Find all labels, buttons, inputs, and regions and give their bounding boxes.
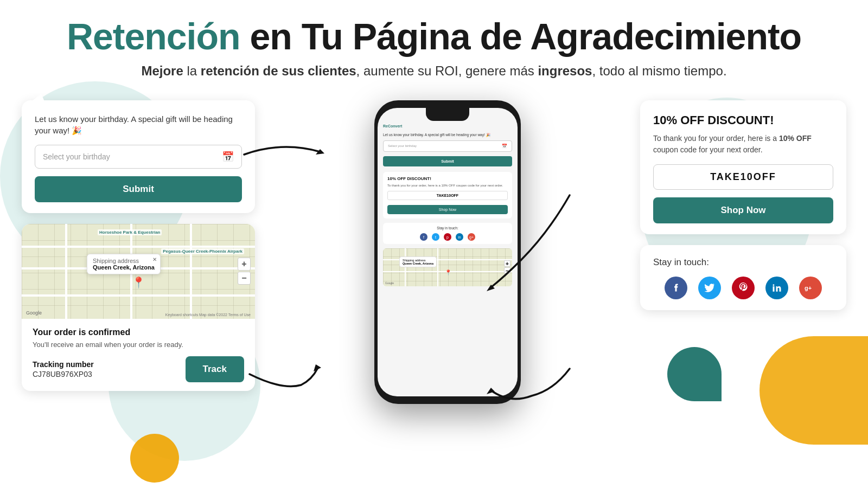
tracking-number: CJ78UB976XP03: [33, 370, 94, 378]
map-address-city: Queen Creek, Arizona: [93, 264, 155, 271]
map-close-icon[interactable]: ✕: [152, 256, 157, 262]
linkedin-icon[interactable]: [765, 277, 788, 299]
phone-map-zoom[interactable]: + −: [504, 260, 510, 274]
map-road-v3: [190, 224, 192, 319]
discount-bold: 10% OFF: [779, 134, 812, 143]
google-plus-icon[interactable]: g+: [799, 277, 822, 299]
phone-map-road-v2: [437, 248, 438, 286]
phone-calendar-icon: 📅: [502, 144, 507, 149]
birthday-input-placeholder: Select your birthday: [43, 152, 222, 161]
header-title-rest: en Tu Página de Agradecimiento: [240, 16, 802, 57]
phone-pinterest-icon[interactable]: p: [444, 233, 451, 241]
birthday-card-text: Let us know your birthday. A special gif…: [35, 113, 242, 136]
phone-submit-btn[interactable]: Submit: [383, 156, 512, 166]
header: Retención en Tu Página de Agradecimiento…: [0, 0, 868, 84]
phone-map-road-v1: [405, 248, 406, 286]
phone-container: ReConvert Let us know your birthday. A s…: [255, 89, 640, 404]
left-panel: Let us know your birthday. A special gif…: [22, 89, 255, 391]
phone-map-city: Queen Creek, Arizona: [403, 262, 433, 265]
phone-map-section: Shipping address Queen Creek, Arizona 📍 …: [383, 248, 512, 286]
map-label-horseshoe: Horseshoe Park & Equestrian: [98, 229, 162, 235]
phone-google-label: Google: [385, 281, 394, 285]
social-title: Stay in touch:: [653, 257, 833, 268]
birthday-input-row[interactable]: Select your birthday 📅: [35, 145, 242, 169]
phone-birthday-placeholder: Select your birthday: [388, 144, 502, 147]
track-button[interactable]: Track: [186, 356, 244, 382]
tracking-card: Horseshoe Park & Equestrian Pegasus-Quee…: [22, 224, 255, 391]
map-google-text: Google: [26, 310, 42, 316]
phone-google-icon[interactable]: g+: [468, 233, 475, 241]
svg-text:g+: g+: [805, 285, 812, 291]
tracking-info: Your order is confirmed You'll receive a…: [22, 319, 255, 391]
birthday-card: Let us know your birthday. A special gif…: [22, 100, 255, 213]
phone-twitter-icon[interactable]: t: [432, 233, 439, 241]
discount-desc: To thank you for your order, here is a 1…: [653, 133, 833, 156]
phone-screen: ReConvert Let us know your birthday. A s…: [378, 108, 518, 396]
map-label-pegasus: Pegasus-Queer Creek-Phoenix Airpark: [161, 248, 244, 254]
header-title: Retención en Tu Página de Agradecimiento: [33, 16, 835, 57]
header-title-highlight: Retención: [67, 16, 240, 57]
phone-social-icons: f t p in g+: [387, 233, 508, 241]
map-address-label: Shipping address: [93, 258, 155, 264]
map-road-h3: [22, 294, 255, 297]
tracking-row: Tracking number CJ78UB976XP03 Track: [33, 356, 244, 382]
calendar-icon: 📅: [222, 151, 234, 163]
tracking-info-block: Tracking number CJ78UB976XP03: [33, 360, 94, 378]
phone-content: ReConvert Let us know your birthday. A s…: [378, 108, 518, 396]
phone-map-grid: [383, 248, 512, 286]
phone-map-zoom-in[interactable]: +: [504, 260, 510, 267]
phone-discount-sub: To thank you for your order, here is a 1…: [387, 183, 508, 188]
phone-notch: [426, 108, 469, 121]
map-address-popup: ✕ Shipping address Queen Creek, Arizona: [87, 254, 161, 274]
phone-birthday-input[interactable]: Select your birthday 📅: [383, 140, 512, 152]
shop-now-button[interactable]: Shop Now: [653, 197, 833, 223]
header-subtitle: Mejore la retención de sus clientes, aum…: [33, 63, 835, 79]
right-panel: 10% OFF DISCOUNT! To thank you for your …: [640, 89, 846, 310]
map-zoom-out[interactable]: −: [238, 272, 251, 285]
discount-card: 10% OFF DISCOUNT! To thank you for your …: [640, 100, 846, 234]
phone-brand: ReConvert: [383, 124, 512, 128]
map-road-v1: [65, 224, 67, 319]
discount-title: 10% OFF DISCOUNT!: [653, 113, 833, 127]
map-zoom-controls[interactable]: + −: [238, 258, 251, 285]
map-zoom-in[interactable]: +: [238, 258, 251, 271]
phone-map-pin: 📍: [445, 269, 451, 275]
twitter-icon[interactable]: [698, 277, 721, 299]
phone-mockup: ReConvert Let us know your birthday. A s…: [374, 100, 521, 404]
map-road-h1: [22, 246, 255, 248]
tracking-label: Tracking number: [33, 360, 94, 369]
order-confirmed-text: Your order is confirmed: [33, 328, 244, 337]
map-pin-icon: 📍: [132, 276, 145, 289]
social-card: Stay in touch: g+: [640, 245, 846, 310]
map-bottom-labels: Keyboard shortcuts Map data ©2022 Terms …: [165, 313, 251, 317]
map-placeholder: Horseshoe Park & Equestrian Pegasus-Quee…: [22, 224, 255, 319]
birthday-submit-button[interactable]: Submit: [35, 176, 242, 202]
phone-discount-title: 10% OFF DISCOUNT!: [387, 176, 508, 181]
phone-social-label: Stay in touch:: [387, 226, 508, 230]
phone-map-zoom-out[interactable]: −: [504, 267, 510, 274]
main-content: Let us know your birthday. A special gif…: [0, 84, 868, 447]
phone-social-section: Stay in touch: f t p in g+: [383, 223, 512, 244]
map-google-logo: Google: [26, 307, 42, 317]
phone-discount-section: 10% OFF DISCOUNT! To thank you for your …: [383, 172, 512, 219]
phone-coupon: TAKE10OFF: [387, 191, 508, 200]
phone-birthday-text: Let us know your birthday. A special gif…: [383, 132, 512, 137]
coupon-box: TAKE10OFF: [653, 164, 833, 190]
order-sub-text: You'll receive an email when your order …: [33, 341, 244, 349]
phone-linkedin-icon[interactable]: in: [456, 233, 463, 241]
phone-facebook-icon[interactable]: f: [420, 233, 427, 241]
social-icons-row: g+: [653, 277, 833, 299]
phone-shop-btn[interactable]: Shop Now: [387, 205, 508, 214]
pinterest-icon[interactable]: [732, 277, 755, 299]
phone-map-address: Shipping address Queen Creek, Arizona: [399, 256, 437, 267]
facebook-icon[interactable]: [665, 277, 687, 299]
